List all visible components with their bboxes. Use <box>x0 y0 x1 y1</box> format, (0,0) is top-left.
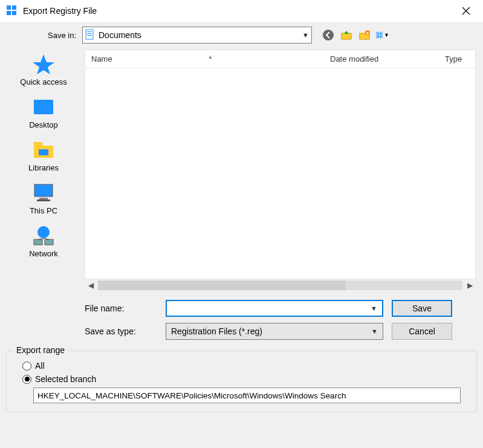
file-list[interactable]: Name ▲ Date modified Type <box>85 50 476 279</box>
radio-all-label: All <box>35 361 45 371</box>
network-icon <box>31 225 56 247</box>
savein-combo[interactable]: Documents ▼ <box>82 27 312 44</box>
svg-rect-24 <box>39 149 48 155</box>
svg-rect-1 <box>12 5 16 10</box>
column-type[interactable]: Type <box>445 54 475 63</box>
places-bar: Quick access Desktop Libraries This PC <box>7 50 80 346</box>
filename-label: File name: <box>85 304 157 313</box>
svg-rect-18 <box>377 36 379 37</box>
sort-indicator-icon: ▲ <box>208 54 213 60</box>
export-range-legend: Export range <box>13 345 68 355</box>
radio-selected-branch[interactable]: Selected branch <box>22 374 469 384</box>
svg-rect-17 <box>380 33 381 34</box>
radio-icon <box>22 362 31 371</box>
column-headers[interactable]: Name ▲ Date modified Type <box>85 50 475 68</box>
file-list-body[interactable] <box>85 68 475 279</box>
filetype-value: Registration Files (*.reg) <box>171 326 371 336</box>
place-label: Libraries <box>28 163 59 172</box>
back-icon[interactable] <box>322 28 335 42</box>
new-folder-icon[interactable]: ★ <box>358 28 371 42</box>
svg-rect-3 <box>12 11 16 15</box>
savein-label: Save in: <box>36 31 76 40</box>
radio-selected-label: Selected branch <box>35 374 96 384</box>
svg-rect-30 <box>45 239 53 245</box>
place-label: Desktop <box>29 120 58 129</box>
horizontal-scrollbar[interactable]: ◀ ▶ <box>85 279 476 291</box>
place-quickaccess[interactable]: Quick access <box>7 53 80 86</box>
up-folder-icon[interactable] <box>340 28 353 42</box>
place-label: Quick access <box>20 77 66 86</box>
svg-rect-23 <box>34 142 42 147</box>
svg-rect-16 <box>377 33 379 34</box>
place-thispc[interactable]: This PC <box>7 182 80 215</box>
svg-rect-26 <box>39 198 48 200</box>
svg-point-28 <box>37 226 50 238</box>
thispc-icon <box>31 182 56 204</box>
svg-rect-2 <box>7 11 11 15</box>
libraries-icon <box>31 139 56 161</box>
filename-input[interactable]: ▼ <box>166 300 383 317</box>
radio-all[interactable]: All <box>22 361 469 371</box>
chevron-down-icon: ▼ <box>371 305 377 312</box>
column-name[interactable]: Name ▲ <box>85 54 330 63</box>
svg-rect-21 <box>34 100 53 114</box>
branch-path-value: HKEY_LOCAL_MACHINE\SOFTWARE\Policies\Mic… <box>37 391 346 400</box>
svg-rect-11 <box>342 33 351 39</box>
filetype-combo[interactable]: Registration Files (*.reg) ▼ <box>166 323 383 340</box>
desktop-icon <box>31 96 56 118</box>
views-icon[interactable]: ▼ <box>376 28 389 42</box>
export-range-group: Export range All Selected branch HKEY_LO… <box>6 351 477 412</box>
place-desktop[interactable]: Desktop <box>7 96 80 129</box>
place-label: Network <box>29 249 58 258</box>
place-label: This PC <box>30 206 57 215</box>
svg-rect-6 <box>86 30 93 39</box>
save-button[interactable]: Save <box>392 300 452 317</box>
svg-rect-19 <box>380 36 381 37</box>
column-date[interactable]: Date modified <box>330 54 445 63</box>
svg-text:★: ★ <box>366 31 369 35</box>
svg-rect-29 <box>34 239 42 245</box>
svg-rect-27 <box>37 200 50 201</box>
place-libraries[interactable]: Libraries <box>7 139 80 172</box>
chevron-down-icon: ▼ <box>302 31 309 39</box>
app-icon <box>6 5 17 18</box>
savein-value: Documents <box>99 30 299 40</box>
titlebar: Export Registry File <box>0 0 483 22</box>
svg-rect-0 <box>7 5 11 10</box>
svg-point-10 <box>323 30 334 41</box>
svg-marker-20 <box>33 54 54 74</box>
scroll-thumb[interactable] <box>98 281 346 290</box>
window-title: Export Registry File <box>23 6 97 16</box>
svg-rect-7 <box>87 31 92 32</box>
svg-rect-25 <box>34 184 53 196</box>
radio-icon <box>22 375 31 384</box>
quickaccess-icon <box>31 53 56 75</box>
scroll-right-icon[interactable]: ▶ <box>464 281 476 290</box>
savein-row: Save in: Documents ▼ ★ ▼ <box>7 27 476 44</box>
svg-rect-8 <box>87 33 92 34</box>
cancel-button[interactable]: Cancel <box>392 323 452 340</box>
scroll-left-icon[interactable]: ◀ <box>85 281 97 290</box>
scroll-track[interactable] <box>98 281 462 290</box>
filetype-label: Save as type: <box>85 326 157 336</box>
svg-rect-9 <box>87 35 92 36</box>
chevron-down-icon: ▼ <box>371 328 378 335</box>
branch-path-input[interactable]: HKEY_LOCAL_MACHINE\SOFTWARE\Policies\Mic… <box>33 388 461 403</box>
place-network[interactable]: Network <box>7 225 80 258</box>
close-button[interactable] <box>454 1 478 21</box>
document-icon <box>85 29 95 42</box>
